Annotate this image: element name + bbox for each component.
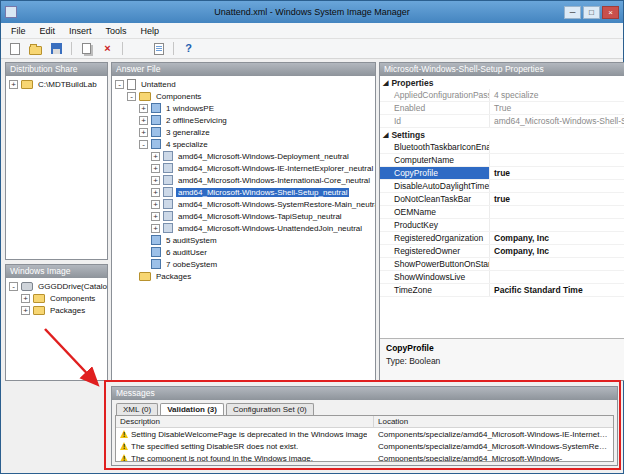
tree-item-2-offlineservicing[interactable]: +2 offlineServicing <box>112 114 375 126</box>
property-category-properties[interactable]: ◢Properties <box>380 76 624 89</box>
open-file-button[interactable] <box>26 40 45 57</box>
property-value[interactable]: Company, Inc <box>490 232 624 244</box>
tree-item-untattend[interactable]: -Untattend <box>112 78 375 90</box>
tree-item-5-auditsystem[interactable]: 5 auditSystem <box>112 234 375 246</box>
collapse-toggle-icon[interactable]: - <box>127 92 136 101</box>
tree-item-amd64-microsoft-windows-systemrestore-main-neutr[interactable]: +amd64_Microsoft-Windows-SystemRestore-M… <box>112 198 375 210</box>
expand-toggle-icon[interactable]: + <box>9 80 18 89</box>
property-row-registeredowner[interactable]: RegisteredOwnerCompany, Inc <box>380 245 624 258</box>
property-row-oemname[interactable]: OEMName <box>380 206 624 219</box>
tab-validation-3[interactable]: Validation (3) <box>160 403 224 415</box>
expand-toggle-icon[interactable]: + <box>151 188 160 197</box>
messages-table-header: Description Location <box>116 416 613 428</box>
property-value[interactable] <box>490 154 624 166</box>
tab-configuration-set-0[interactable]: Configuration Set (0) <box>226 403 314 415</box>
copy-button[interactable] <box>77 40 96 57</box>
property-row-timezone[interactable]: TimeZonePacific Standard Time <box>380 284 624 297</box>
property-row-showpowerbuttononstartscreen[interactable]: ShowPowerButtonOnStartScreen <box>380 258 624 271</box>
tree-item-c-mdtbuildlab[interactable]: +C:\MDTBuildLab <box>6 78 107 90</box>
property-row-bluetoothtaskbariconenabled[interactable]: BluetoothTaskbarIconEnabled <box>380 141 624 154</box>
message-location: Components/specialize/amd64_Microsoft-Wi… <box>374 454 613 463</box>
property-value[interactable]: true <box>490 167 624 179</box>
property-row-showwindowslive[interactable]: ShowWindowsLive <box>380 271 624 284</box>
property-value[interactable] <box>490 258 624 270</box>
message-row[interactable]: The specified setting DisableSR does not… <box>116 440 613 452</box>
property-row-copyprofile[interactable]: CopyProfiletrue▼ <box>380 167 624 180</box>
property-value[interactable]: Company, Inc <box>490 245 624 257</box>
message-row[interactable]: Setting DisableWelcomePage is deprecated… <box>116 428 613 440</box>
menu-item-edit[interactable]: Edit <box>33 25 63 37</box>
tree-item-amd64-microsoft-windows-deployment-neutral[interactable]: +amd64_Microsoft-Windows-Deployment_neut… <box>112 150 375 162</box>
tab-xml-0[interactable]: XML (0) <box>116 403 158 415</box>
tree-item-4-specialize[interactable]: -4 specialize <box>112 138 375 150</box>
property-row-appliedconfigurationpass[interactable]: AppliedConfigurationPass4 specialize <box>380 89 624 102</box>
save-button[interactable] <box>47 40 66 57</box>
property-row-registeredorganization[interactable]: RegisteredOrganizationCompany, Inc <box>380 232 624 245</box>
property-row-disableautodaylighttimeset[interactable]: DisableAutoDaylightTimeSet <box>380 180 624 193</box>
property-value[interactable] <box>490 206 624 218</box>
property-row-computername[interactable]: ComputerName <box>380 154 624 167</box>
help-button[interactable]: ? <box>179 40 198 57</box>
tree-item-packages[interactable]: Packages <box>112 270 375 282</box>
tree-item-gggddrive-catalog[interactable]: -GGGDDrive(Catalog) <box>6 280 107 292</box>
expand-toggle-icon[interactable]: + <box>151 164 160 173</box>
tree-item-amd64-microsoft-windows-shell-setup-neutral[interactable]: +amd64_Microsoft-Windows-Shell-Setup_neu… <box>112 186 375 198</box>
tree-item-1-windowspe[interactable]: +1 windowsPE <box>112 102 375 114</box>
property-value[interactable]: Pacific Standard Time <box>490 284 624 296</box>
menu-item-insert[interactable]: Insert <box>62 25 99 37</box>
property-row-enabled[interactable]: EnabledTrue <box>380 102 624 115</box>
find-button[interactable] <box>128 40 147 57</box>
expand-toggle-icon[interactable]: + <box>21 294 30 303</box>
expand-toggle-icon[interactable]: + <box>151 212 160 221</box>
validate-button[interactable] <box>149 40 168 57</box>
tree-item-label: GGGDDrive(Catalog) <box>36 282 107 291</box>
tree-item-7-oobesystem[interactable]: 7 oobeSystem <box>112 258 375 270</box>
tree-item-amd64-microsoft-windows-ie-internetexplorer-neut[interactable]: +amd64_Microsoft-Windows-IE-InternetExpl… <box>112 162 375 174</box>
property-value[interactable] <box>490 141 624 153</box>
message-row[interactable]: The component is not found in the Window… <box>116 452 613 462</box>
property-value[interactable]: true <box>490 193 624 205</box>
new-file-button[interactable] <box>5 40 24 57</box>
minimize-button[interactable]: ─ <box>564 6 581 19</box>
expand-toggle-icon[interactable]: + <box>139 104 148 113</box>
expand-toggle-icon[interactable]: + <box>151 152 160 161</box>
property-row-donotcleantaskbar[interactable]: DoNotCleanTaskBartrue <box>380 193 624 206</box>
property-value[interactable] <box>490 219 624 231</box>
column-header-location[interactable]: Location <box>374 416 412 427</box>
tree-item-packages[interactable]: +Packages <box>6 304 107 316</box>
property-value[interactable] <box>490 180 624 192</box>
tree-item-6-audituser[interactable]: 6 auditUser <box>112 246 375 258</box>
tree-item-components[interactable]: +Components <box>6 292 107 304</box>
menu-item-tools[interactable]: Tools <box>99 25 134 37</box>
menu-item-file[interactable]: File <box>4 25 33 37</box>
collapse-toggle-icon[interactable]: - <box>9 282 18 291</box>
category-expander-icon[interactable]: ◢ <box>383 79 388 87</box>
tree-item-amd64-microsoft-windows-tapisetup-neutral[interactable]: +amd64_Microsoft-Windows-TapiSetup_neutr… <box>112 210 375 222</box>
collapse-toggle-icon[interactable]: - <box>115 80 124 89</box>
property-category-settings[interactable]: ◢Settings <box>380 128 624 141</box>
maximize-button[interactable]: □ <box>583 6 600 19</box>
expand-toggle-icon[interactable]: + <box>21 306 30 315</box>
category-expander-icon[interactable]: ◢ <box>383 131 388 139</box>
expand-toggle-icon[interactable]: + <box>151 224 160 233</box>
expand-toggle-icon[interactable]: + <box>151 176 160 185</box>
property-value[interactable]: 4 specialize <box>490 89 624 101</box>
tree-item-amd64-microsoft-windows-unattendedjoin-neutral[interactable]: +amd64_Microsoft-Windows-UnattendedJoin_… <box>112 222 375 234</box>
property-row-productkey[interactable]: ProductKey <box>380 219 624 232</box>
close-button[interactable]: × <box>602 6 619 19</box>
property-value[interactable]: amd64_Microsoft-Windows-Shell-Setup <box>490 115 624 127</box>
expand-toggle-icon[interactable]: + <box>139 128 148 137</box>
property-value[interactable]: True <box>490 102 624 114</box>
menu-item-help[interactable]: Help <box>134 25 167 37</box>
column-header-description[interactable]: Description <box>116 416 374 427</box>
property-row-id[interactable]: Idamd64_Microsoft-Windows-Shell-Setup <box>380 115 624 128</box>
expand-toggle-icon[interactable]: + <box>151 200 160 209</box>
expand-toggle-icon[interactable]: + <box>139 116 148 125</box>
collapse-toggle-icon[interactable]: - <box>139 140 148 149</box>
tree-item-amd64-microsoft-windows-international-core-neutr[interactable]: +amd64_Microsoft-Windows-International-C… <box>112 174 375 186</box>
property-description-box: CopyProfile Type: Boolean <box>380 338 624 380</box>
delete-button[interactable]: × <box>98 40 117 57</box>
tree-item-components[interactable]: -Components <box>112 90 375 102</box>
property-value[interactable] <box>490 271 624 283</box>
tree-item-3-generalize[interactable]: +3 generalize <box>112 126 375 138</box>
